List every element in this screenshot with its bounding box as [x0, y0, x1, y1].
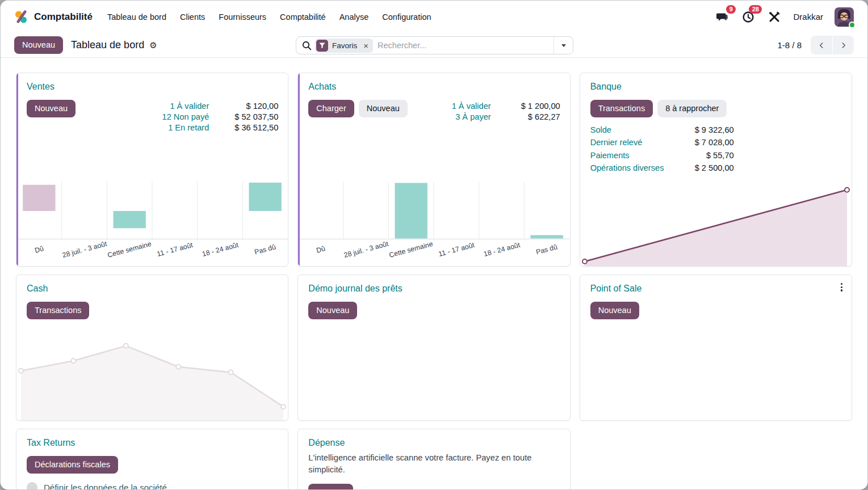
kpi-value: $ 55,70: [706, 150, 734, 162]
cash-transactions-button[interactable]: Transactions: [27, 302, 89, 319]
search-bar[interactable]: Favoris ×: [296, 36, 573, 54]
kpi-link[interactable]: Paiements: [590, 150, 630, 162]
nav-right-tools: 9 28 Drakkar: [715, 7, 854, 27]
card-ventes-title[interactable]: Ventes: [27, 82, 54, 92]
menu-item-comptabilite[interactable]: Comptabilité: [273, 9, 333, 26]
x-axis-label: 18 - 24 août: [201, 241, 239, 259]
messages-badge: 9: [726, 5, 736, 14]
kpi-link[interactable]: 3 À payer: [455, 112, 490, 121]
kpi-link[interactable]: 1 À valider: [452, 102, 491, 111]
card-tax-title[interactable]: Tax Returns: [27, 438, 75, 448]
onboarding-step-link[interactable]: Définir les données de la société: [44, 483, 167, 490]
card-pos-title[interactable]: Point of Sale: [590, 284, 642, 294]
card-demo-prets-title[interactable]: Démo journal des prêts: [308, 284, 402, 294]
menu-item-configuration[interactable]: Configuration: [375, 9, 438, 26]
banque-kpis: Solde$ 9 322,60 Dernier relevé$ 7 028,00…: [590, 124, 734, 175]
card-banque-title[interactable]: Banque: [590, 82, 622, 92]
kpi-row: 12 Non payé$ 52 037,50: [162, 112, 279, 121]
menu-item-tableau-de-bord[interactable]: Tableau de bord: [100, 9, 173, 26]
kpi-row: Dernier relevé$ 7 028,00: [590, 137, 734, 149]
activities-clock-icon[interactable]: 28: [741, 10, 756, 24]
achats-chart: Dû28 juil. - 3 aoûtCette semaine11 - 17 …: [298, 181, 569, 266]
gear-icon[interactable]: ⚙: [149, 41, 157, 49]
card-ventes: Ventes Nouveau 1 À valider$ 120,00 12 No…: [16, 73, 288, 267]
kpi-link[interactable]: 12 Non payé: [162, 112, 209, 121]
x-axis-label: 11 - 17 août: [156, 241, 194, 258]
x-axis-label: Pas dû: [254, 243, 277, 256]
top-nav-bar: Comptabilité Tableau de bord Clients Fou…: [1, 1, 867, 33]
kpi-row: Opérations diverses$ 2 500,00: [590, 162, 734, 175]
ventes-nouveau-button[interactable]: Nouveau: [27, 100, 76, 117]
kpi-row: 1 À valider$ 120,00: [162, 102, 279, 111]
x-axis-label: 28 juil. - 3 août: [343, 240, 389, 259]
card-depense-title[interactable]: Dépense: [308, 438, 345, 448]
search-input[interactable]: [373, 41, 553, 50]
activities-badge: 28: [749, 5, 762, 14]
x-axis-label: Dû: [33, 244, 44, 255]
kpi-link[interactable]: Opérations diverses: [590, 162, 664, 175]
banque-transactions-button[interactable]: Transactions: [590, 100, 653, 117]
ventes-kpis: 1 À valider$ 120,00 12 Non payé$ 52 037,…: [162, 102, 279, 132]
kpi-value: $ 1 200,00: [491, 102, 560, 111]
onboarding-step-row: Définir les données de la société: [27, 482, 278, 490]
user-menu[interactable]: Drakkar: [793, 12, 823, 22]
declarations-fiscales-button[interactable]: Déclarations fiscales: [27, 456, 118, 474]
kebab-menu-icon[interactable]: [840, 282, 844, 293]
chevron-down-icon: [561, 44, 566, 47]
kpi-row: 1 À valider$ 1 200,00: [452, 102, 560, 111]
search-icon: [296, 41, 315, 50]
depense-description: L'intelligence artificielle scanne votre…: [308, 452, 552, 476]
pos-nouveau-button[interactable]: Nouveau: [590, 302, 639, 319]
messages-icon[interactable]: 9: [715, 10, 729, 24]
kpi-value: $ 36 512,50: [209, 123, 278, 132]
banque-rapprocher-button[interactable]: 8 à rapprocher: [657, 100, 727, 117]
kpi-row: 3 À payer$ 622,27: [452, 112, 560, 121]
achats-charger-button[interactable]: Charger: [308, 100, 354, 117]
kpi-link[interactable]: 1 À valider: [170, 102, 209, 111]
kpi-link[interactable]: Dernier relevé: [590, 137, 643, 149]
pager-next-button[interactable]: [832, 36, 854, 54]
pager-previous-button[interactable]: [811, 36, 832, 54]
kpi-link[interactable]: Solde: [590, 124, 611, 137]
facet-remove-icon[interactable]: ×: [361, 41, 371, 50]
menu-item-fournisseurs[interactable]: Fournisseurs: [212, 9, 273, 26]
search-facet-favoris[interactable]: Favoris ×: [315, 39, 373, 53]
user-avatar[interactable]: [835, 7, 854, 27]
step-circle-icon: [27, 482, 37, 490]
pager: 1-8 / 8: [777, 36, 854, 54]
x-axis-label: Cette semaine: [388, 240, 434, 259]
x-axis-label: Dû: [316, 244, 326, 255]
kpi-row: Paiements$ 55,70: [590, 150, 734, 162]
achats-kpis: 1 À valider$ 1 200,00 3 À payer$ 622,27: [452, 102, 560, 121]
kpi-link[interactable]: 1 En retard: [168, 123, 209, 132]
app-name: Comptabilité: [34, 11, 93, 23]
x-axis-label: 28 juil. - 3 août: [61, 240, 108, 259]
card-achats: Achats Charger Nouveau 1 À valider$ 1 20…: [297, 73, 570, 267]
kpi-row: Solde$ 9 322,60: [590, 124, 734, 137]
menu-item-clients[interactable]: Clients: [173, 9, 212, 26]
breadcrumb: Tableau de bord ⚙: [71, 39, 157, 51]
main-menu: Tableau de bord Clients Fournisseurs Com…: [100, 9, 438, 26]
demo-prets-nouveau-button[interactable]: Nouveau: [308, 302, 357, 319]
card-depense: Dépense L'intelligence artificielle scan…: [297, 429, 570, 490]
menu-item-analyse[interactable]: Analyse: [333, 9, 376, 26]
tools-icon[interactable]: [767, 10, 782, 24]
x-axis-label: 18 - 24 août: [483, 241, 521, 259]
card-achats-title[interactable]: Achats: [308, 82, 336, 92]
filter-icon: [316, 40, 328, 52]
new-button[interactable]: Nouveau: [14, 36, 63, 54]
search-dropdown-toggle[interactable]: [553, 37, 573, 54]
card-banque: Banque Transactions 8 à rapprocher Solde…: [580, 73, 852, 267]
depense-action-button[interactable]: [308, 484, 353, 490]
ventes-chart: Dû28 juil. - 3 aoûtCette semaine11 - 17 …: [16, 181, 288, 266]
app-window: Comptabilité Tableau de bord Clients Fou…: [0, 0, 868, 490]
cash-chart: [16, 337, 288, 420]
achats-nouveau-button[interactable]: Nouveau: [359, 100, 408, 117]
banque-chart: [580, 184, 852, 266]
kpi-value: $ 52 037,50: [209, 112, 278, 121]
pager-range: 1-8 / 8: [777, 40, 802, 50]
facet-label: Favoris: [332, 41, 357, 50]
card-cash-title[interactable]: Cash: [27, 284, 48, 294]
card-cash: Cash Transactions: [16, 274, 288, 421]
app-brand[interactable]: Comptabilité: [14, 10, 93, 24]
